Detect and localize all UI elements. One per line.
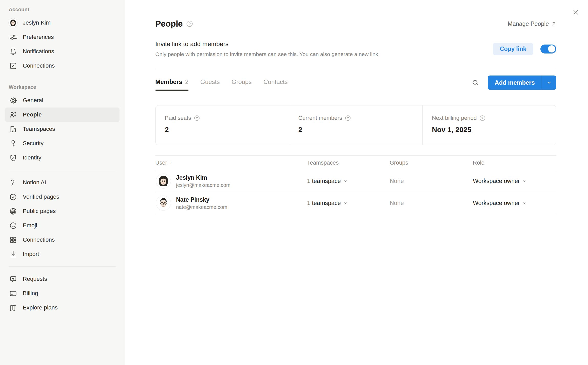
help-icon[interactable]: ? — [480, 115, 485, 121]
sidebar-item-label: Notifications — [23, 48, 54, 55]
sidebar-item-label: Requests — [23, 276, 47, 282]
member-tabs: Members 2 Guests Groups Contacts — [155, 78, 288, 91]
sidebar-item-label: Import — [23, 251, 39, 257]
groups-value: None — [390, 200, 473, 207]
download-icon — [9, 250, 17, 259]
sidebar-item-billing[interactable]: Billing — [5, 286, 119, 300]
sidebar-item-label: Notion AI — [23, 179, 46, 186]
invite-link-heading: Invite link to add members — [155, 40, 378, 48]
sidebar-item-notion-ai[interactable]: Notion AI — [5, 175, 119, 190]
teamspaces-dropdown[interactable]: 1 teamspace — [307, 200, 390, 207]
manage-people-link[interactable]: Manage People — [508, 20, 556, 27]
chat-bubble-up-icon — [9, 275, 17, 283]
table-header-row: User ↑ Teamspaces Groups Role — [155, 155, 556, 170]
section-divider — [155, 68, 556, 68]
sidebar-item-label: General — [23, 97, 43, 104]
member-row: Nate Pinsky nate@makeacme.com 1 teamspac… — [155, 192, 556, 214]
invite-link-block: Invite link to add members Only people w… — [155, 40, 378, 57]
teamspaces-dropdown[interactable]: 1 teamspace — [307, 178, 390, 185]
current-members-label: Current members — [298, 115, 342, 121]
chevron-down-icon — [522, 201, 527, 205]
people-icon — [9, 110, 17, 119]
generate-new-link[interactable]: generate a new link — [332, 51, 378, 57]
sidebar-item-preferences[interactable]: Preferences — [5, 30, 119, 44]
user-avatar — [9, 18, 17, 27]
sidebar-item-label: Connections — [23, 62, 55, 69]
column-header-user[interactable]: User ↑ — [155, 159, 307, 166]
tab-guests[interactable]: Guests — [200, 78, 220, 91]
sidebar-item-label: Identity — [23, 154, 41, 161]
building-icon — [9, 125, 17, 133]
chevron-down-icon — [522, 179, 527, 183]
sort-ascending-icon: ↑ — [169, 160, 172, 166]
sidebar-item-label: Emoji — [23, 222, 37, 229]
sidebar-item-label: Billing — [23, 290, 38, 297]
avatar — [156, 174, 171, 188]
key-icon — [9, 139, 17, 148]
sidebar-item-teamspaces[interactable]: Teamspaces — [5, 122, 119, 136]
sidebar-section-account: Account — [5, 7, 119, 13]
sidebar-item-security[interactable]: Security — [5, 136, 119, 151]
sidebar-item-label: Connections — [23, 237, 55, 243]
credit-card-icon — [9, 289, 17, 298]
sidebar-item-identity[interactable]: Identity — [5, 151, 119, 165]
chevron-down-icon[interactable] — [542, 76, 556, 90]
add-members-label: Add members — [488, 76, 542, 90]
map-icon — [9, 303, 17, 312]
sidebar-item-notifications[interactable]: Notifications — [5, 44, 119, 59]
svg-text:?: ? — [189, 22, 191, 26]
sidebar-item-import[interactable]: Import — [5, 247, 119, 261]
svg-text:?: ? — [347, 116, 349, 120]
help-icon[interactable]: ? — [194, 115, 200, 121]
sidebar-item-emoji[interactable]: Emoji — [5, 218, 119, 233]
chevron-down-icon — [343, 179, 348, 183]
ai-sparkle-icon — [9, 178, 17, 187]
sidebar-section-workspace: Workspace — [5, 84, 119, 90]
globe-icon — [9, 207, 17, 216]
next-billing-label: Next billing period — [432, 115, 477, 121]
sidebar-item-requests[interactable]: Requests — [5, 272, 119, 286]
search-icon[interactable] — [471, 78, 480, 87]
paid-seats-label: Paid seats — [165, 115, 191, 121]
user-cell: Nate Pinsky nate@makeacme.com — [155, 196, 307, 210]
sidebar-item-label: Verified pages — [23, 194, 59, 200]
billing-stats-card: Paid seats ? 2 Current members ? 2 Next … — [155, 105, 556, 145]
people-settings-panel: People ? Manage People Invite link to ad… — [125, 0, 588, 365]
sidebar-item-label: Security — [23, 140, 43, 147]
tab-contacts[interactable]: Contacts — [263, 78, 288, 91]
copy-link-button[interactable]: Copy link — [493, 43, 533, 55]
sidebar-item-verified-pages[interactable]: Verified pages — [5, 190, 119, 204]
sidebar-item-connections-account[interactable]: Connections — [5, 59, 119, 73]
user-name: Jeslyn Kim — [176, 174, 231, 181]
user-email: nate@makeacme.com — [176, 204, 227, 210]
tab-groups[interactable]: Groups — [232, 78, 252, 91]
stat-next-billing: Next billing period ? Nov 1, 2025 — [422, 105, 556, 145]
arrow-up-right-icon — [551, 21, 556, 27]
tab-members[interactable]: Members 2 — [155, 78, 189, 91]
sidebar-item-connections-workspace[interactable]: Connections — [5, 233, 119, 247]
sidebar-item-public-pages[interactable]: Public pages — [5, 204, 119, 218]
smiley-icon — [9, 221, 17, 230]
sidebar-item-label: Preferences — [23, 34, 54, 40]
people-settings-window: Account Jeslyn Kim Preferences Notificat… — [0, 0, 588, 365]
role-dropdown[interactable]: Workspace owner — [473, 200, 556, 207]
sidebar-divider — [9, 266, 116, 267]
invite-link-toggle[interactable] — [540, 45, 556, 53]
role-dropdown[interactable]: Workspace owner — [473, 178, 556, 185]
paid-seats-value: 2 — [165, 126, 280, 134]
chevron-down-icon — [343, 201, 348, 205]
user-email: jeslyn@makeacme.com — [176, 182, 231, 188]
invite-link-description: Only people with permission to invite me… — [155, 51, 378, 57]
add-members-button[interactable]: Add members — [488, 76, 556, 90]
sidebar-item-explore-plans[interactable]: Explore plans — [5, 300, 119, 315]
help-icon[interactable]: ? — [186, 20, 193, 27]
close-icon[interactable] — [572, 8, 580, 16]
sidebar-item-account-user[interactable]: Jeslyn Kim — [5, 16, 119, 30]
sidebar-item-general[interactable]: General — [5, 93, 119, 108]
groups-value: None — [390, 178, 473, 185]
user-name: Nate Pinsky — [176, 196, 227, 203]
help-icon[interactable]: ? — [345, 115, 351, 121]
sidebar-item-people[interactable]: People — [5, 108, 119, 122]
sidebar-item-label: People — [23, 111, 42, 118]
sidebar-item-label: Jeslyn Kim — [23, 19, 51, 26]
